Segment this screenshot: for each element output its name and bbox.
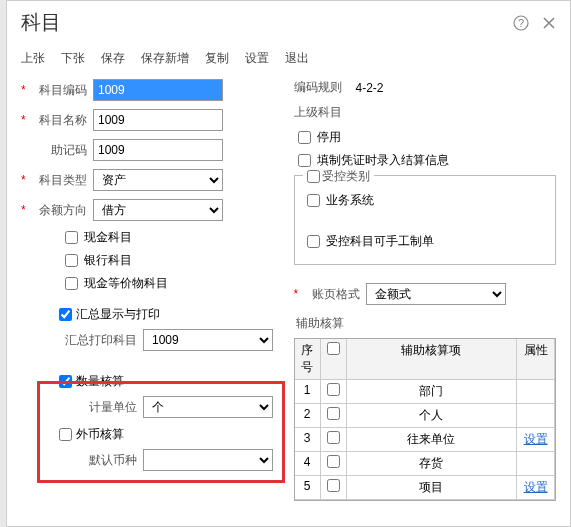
aux-item: 往来单位 [347,428,518,452]
manual-label: 受控科目可手工制单 [326,233,434,250]
cash-checkbox[interactable] [65,231,78,244]
aux-row-checkbox[interactable] [327,479,340,492]
fc-default-select[interactable] [143,449,273,471]
aux-row-checkbox[interactable] [327,383,340,396]
summary-checkbox[interactable] [59,308,72,321]
toolbar-exit[interactable]: 退出 [285,50,309,67]
toolbar-prev[interactable]: 上张 [21,50,45,67]
summary-subject-select[interactable]: 1009 [143,329,273,351]
aux-item: 项目 [347,476,518,500]
code-label: 科目编码 [31,82,87,99]
bank-checkbox[interactable] [65,254,78,267]
summary-subject-label: 汇总打印科目 [49,332,137,349]
aux-item: 存货 [347,452,518,476]
fc-label: 外币核算 [76,426,124,443]
name-input[interactable] [93,109,223,131]
page-format-label: 账页格式 [304,286,360,303]
disable-label: 停用 [317,129,341,146]
settle-label: 填制凭证时录入结算信息 [317,152,449,169]
fc-checkbox[interactable] [59,428,72,441]
mnemonic-label: 助记码 [31,142,87,159]
aux-head-checkbox[interactable] [327,342,340,355]
settle-checkbox[interactable] [298,154,311,167]
aux-row-checkbox[interactable] [327,455,340,468]
dialog-title: 科目 [21,9,61,36]
left-column: *科目编码 *科目名称 助记码 *科目类型 资产 *余额方向 借方 现金科目 银… [21,79,284,501]
toolbar-save[interactable]: 保存 [101,50,125,67]
balance-label: 余额方向 [31,202,87,219]
toolbar-next[interactable]: 下张 [61,50,85,67]
rule-label: 编码规则 [294,79,356,96]
fc-default-label: 默认币种 [49,452,137,469]
name-label: 科目名称 [31,112,87,129]
aux-table: 序号 辅助核算项 属性 1部门2个人3往来单位设置4存货5项目设置 [294,338,557,501]
code-input[interactable] [93,79,223,101]
right-column: 编码规则4-2-2 上级科目 停用 填制凭证时录入结算信息 受控类别 业务系统 … [294,79,557,501]
casheq-checkbox[interactable] [65,277,78,290]
aux-row: 5项目设置 [295,476,556,500]
aux-seq: 2 [295,404,321,428]
aux-item: 部门 [347,380,518,404]
aux-row: 2个人 [295,404,556,428]
biz-label: 业务系统 [326,192,374,209]
qty-unit-select[interactable]: 个 [143,396,273,418]
aux-head-item: 辅助核算项 [347,339,518,380]
help-icon[interactable]: ? [512,14,530,32]
manual-checkbox[interactable] [307,235,320,248]
aux-seq: 1 [295,380,321,404]
aux-row-checkbox[interactable] [327,407,340,420]
svg-text:?: ? [518,17,524,29]
aux-seq: 5 [295,476,321,500]
close-icon[interactable] [540,14,558,32]
aux-head-seq: 序号 [295,339,321,380]
qty-label: 数量核算 [76,373,124,390]
aux-seq: 3 [295,428,321,452]
controlled-fieldset: 受控类别 业务系统 受控科目可手工制单 [294,175,557,265]
qty-unit-label: 计量单位 [49,399,137,416]
parent-label: 上级科目 [294,104,356,121]
aux-head-chk [321,339,347,380]
aux-row: 4存货 [295,452,556,476]
toolbar-save-new[interactable]: 保存新增 [141,50,189,67]
aux-link[interactable]: 设置 [524,432,548,446]
qty-checkbox[interactable] [59,375,72,388]
type-select[interactable]: 资产 [93,169,223,191]
cash-label: 现金科目 [84,229,132,246]
disable-checkbox[interactable] [298,131,311,144]
aux-seq: 4 [295,452,321,476]
aux-label: 辅助核算 [296,315,557,332]
controlled-legend: 受控类别 [322,169,370,183]
mnemonic-input[interactable] [93,139,223,161]
aux-item: 个人 [347,404,518,428]
page-format-select[interactable]: 金额式 [366,283,506,305]
controlled-checkbox[interactable] [307,170,320,183]
type-label: 科目类型 [31,172,87,189]
casheq-label: 现金等价物科目 [84,275,168,292]
toolbar: 上张 下张 保存 保存新增 复制 设置 退出 [7,42,570,79]
rule-value: 4-2-2 [356,81,384,95]
toolbar-copy[interactable]: 复制 [205,50,229,67]
aux-row: 3往来单位设置 [295,428,556,452]
aux-row-checkbox[interactable] [327,431,340,444]
summary-label: 汇总显示与打印 [76,306,160,323]
toolbar-settings[interactable]: 设置 [245,50,269,67]
biz-checkbox[interactable] [307,194,320,207]
aux-link[interactable]: 设置 [524,480,548,494]
aux-head-attr: 属性 [517,339,555,380]
bank-label: 银行科目 [84,252,132,269]
balance-select[interactable]: 借方 [93,199,223,221]
aux-row: 1部门 [295,380,556,404]
